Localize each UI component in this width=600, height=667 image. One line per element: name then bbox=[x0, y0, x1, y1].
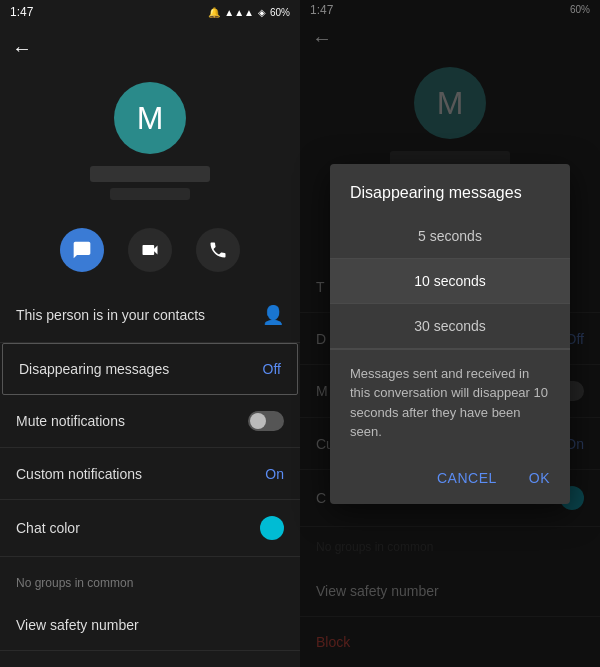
dialog-option-30s[interactable]: 30 seconds bbox=[330, 304, 570, 349]
left-time: 1:47 bbox=[10, 5, 33, 19]
no-groups-text: No groups in common bbox=[16, 576, 133, 590]
dialog-ok-button[interactable]: OK bbox=[521, 464, 558, 492]
contacts-item[interactable]: This person is in your contacts 👤 bbox=[0, 288, 300, 343]
mute-notifications-item[interactable]: Mute notifications bbox=[0, 395, 300, 448]
phone-button[interactable] bbox=[196, 228, 240, 272]
color-dot bbox=[260, 516, 284, 540]
action-buttons-row bbox=[0, 220, 300, 288]
mute-toggle[interactable] bbox=[248, 411, 284, 431]
avatar: M bbox=[114, 82, 186, 154]
custom-notifications-item[interactable]: Custom notifications On bbox=[0, 448, 300, 500]
message-icon bbox=[72, 240, 92, 260]
right-panel: 1:47 60% ← M T bbox=[300, 0, 600, 667]
disappearing-messages-item[interactable]: Disappearing messages Off bbox=[2, 343, 298, 395]
custom-label: Custom notifications bbox=[16, 466, 142, 482]
block-item[interactable]: Block bbox=[0, 651, 300, 667]
disappearing-label: Disappearing messages bbox=[19, 361, 169, 377]
chat-color-label: Chat color bbox=[16, 520, 80, 536]
chat-color-item[interactable]: Chat color bbox=[0, 500, 300, 557]
left-status-bar: 1:47 🔔 ▲▲▲ ◈ 60% bbox=[0, 0, 300, 24]
wifi-icon: ◈ bbox=[258, 7, 266, 18]
video-button[interactable] bbox=[128, 228, 172, 272]
notification-icon: 🔔 bbox=[208, 7, 220, 18]
phone-icon bbox=[208, 240, 228, 260]
right-content: 1:47 60% ← M T bbox=[300, 0, 600, 667]
battery-icon: 60% bbox=[270, 7, 290, 18]
signal-icon: ▲▲▲ bbox=[224, 7, 254, 18]
view-safety-item[interactable]: View safety number bbox=[0, 599, 300, 651]
dialog-message: Messages sent and received in this conve… bbox=[330, 349, 570, 456]
profile-name-placeholder bbox=[90, 166, 210, 182]
back-button[interactable]: ← bbox=[12, 37, 32, 60]
dialog-option-10s[interactable]: 10 seconds bbox=[330, 259, 570, 304]
mute-label: Mute notifications bbox=[16, 413, 125, 429]
dialog-option-5s[interactable]: 5 seconds bbox=[330, 214, 570, 259]
dialog-actions: CANCEL OK bbox=[330, 456, 570, 504]
video-icon bbox=[140, 240, 160, 260]
dialog-overlay: Disappearing messages 5 seconds 10 secon… bbox=[300, 0, 600, 667]
no-groups-section: No groups in common bbox=[0, 557, 300, 599]
left-top-bar: ← bbox=[0, 24, 300, 72]
left-profile-section: M bbox=[0, 72, 300, 220]
message-button[interactable] bbox=[60, 228, 104, 272]
contacts-icon: 👤 bbox=[262, 304, 284, 326]
dialog-cancel-button[interactable]: CANCEL bbox=[429, 464, 505, 492]
disappearing-messages-dialog: Disappearing messages 5 seconds 10 secon… bbox=[330, 164, 570, 504]
left-status-icons: 🔔 ▲▲▲ ◈ 60% bbox=[208, 7, 290, 18]
left-panel: 1:47 🔔 ▲▲▲ ◈ 60% ← M This person is in y bbox=[0, 0, 300, 667]
settings-list: This person is in your contacts 👤 Disapp… bbox=[0, 288, 300, 667]
dialog-title: Disappearing messages bbox=[330, 164, 570, 214]
contacts-label: This person is in your contacts bbox=[16, 307, 205, 323]
disappearing-value: Off bbox=[263, 361, 281, 377]
view-safety-label: View safety number bbox=[16, 617, 139, 633]
profile-sub-placeholder bbox=[110, 188, 190, 200]
custom-value: On bbox=[265, 466, 284, 482]
